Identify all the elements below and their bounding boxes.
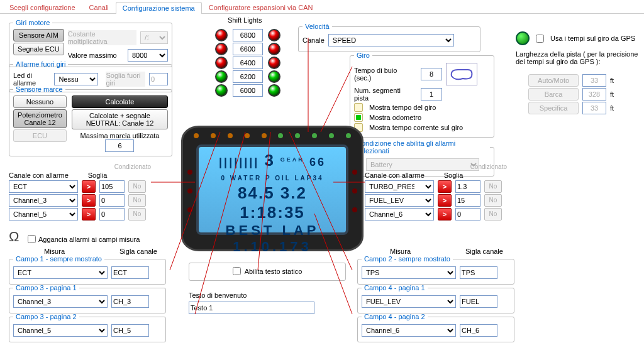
lbl-ats: Abilita testo statico	[245, 268, 303, 275]
sv1[interactable]: 6600	[233, 43, 263, 55]
sv0[interactable]: 6800	[233, 29, 263, 41]
sv2[interactable]: 6400	[233, 57, 263, 69]
fs-c3a: Campo 3 - pagina 1 Channel_3	[9, 284, 166, 313]
sel-vel[interactable]: SPEED	[328, 34, 454, 46]
u0: ft	[610, 77, 614, 84]
b-auto[interactable]: Auto/Moto	[528, 74, 579, 87]
chk-mo[interactable]	[354, 113, 363, 122]
selR1[interactable]: FUEL_LEV	[365, 194, 434, 207]
lbl-condL: Condizionato	[9, 163, 153, 170]
lg-giri: Giri motore	[13, 19, 52, 26]
sel-c4b[interactable]: Channel_6	[362, 324, 456, 337]
opL2[interactable]: >	[82, 208, 96, 220]
selL2[interactable]: Channel_5	[9, 208, 78, 220]
sig-c1[interactable]	[111, 266, 149, 279]
opR1[interactable]: >	[438, 194, 452, 207]
sel-c4a[interactable]: FUEL_LEV	[362, 295, 456, 308]
led-icon	[215, 57, 228, 69]
al-right: Condizionato Canale con allarmeSoglia TU…	[365, 163, 509, 222]
gps-led-icon	[516, 31, 530, 45]
vR1[interactable]	[455, 194, 480, 207]
opR0[interactable]: >	[438, 180, 452, 193]
btn-none[interactable]: Nessuno	[13, 95, 67, 108]
noL0[interactable]: No	[128, 180, 146, 193]
lbl-ns: Num. segmenti pista	[354, 87, 417, 102]
sig-c3a[interactable]	[111, 295, 149, 308]
lbl-mo: Mostra odometro	[369, 114, 421, 121]
in-mmu[interactable]	[105, 139, 134, 152]
selL0[interactable]: ECT	[9, 180, 78, 193]
al-left: Condizionato Canale con allarmeSoglia EC…	[9, 163, 153, 222]
selR0[interactable]: TURBO_PRESS	[365, 180, 434, 193]
chk-gps[interactable]	[536, 35, 544, 43]
noL1[interactable]: No	[128, 194, 146, 207]
btn-pot[interactable]: PotenziometroCanale 12	[13, 109, 67, 128]
sv3[interactable]: 6200	[233, 70, 263, 83]
fs-c1: Campo 1 - sempre mostrato ECT	[9, 255, 166, 285]
sig-c2[interactable]	[460, 266, 497, 279]
vL2[interactable]	[99, 208, 125, 220]
shift-col: 6800 6600 6400 6200 6000	[215, 28, 280, 98]
sig-c4b[interactable]	[460, 324, 497, 337]
vL1[interactable]	[99, 194, 125, 207]
lg-c4b: Campo 4 - pagina 2	[362, 313, 428, 320]
in-ns[interactable]	[421, 88, 442, 101]
chk-ats[interactable]	[233, 267, 241, 275]
vL0[interactable]	[99, 180, 125, 193]
selR2[interactable]: Channel_6	[365, 208, 434, 220]
v-barca	[582, 88, 606, 101]
btn-segnale-ecu[interactable]: Segnale ECU	[13, 43, 64, 55]
noL2[interactable]: No	[128, 208, 146, 220]
tab-can[interactable]: Configuratore espansioni via CAN	[202, 1, 320, 13]
b-barca[interactable]: Barca	[528, 88, 579, 101]
noR2[interactable]: No	[484, 208, 502, 220]
btn-sensore-aim[interactable]: Sensore AIM	[13, 29, 64, 41]
btn-calc[interactable]: Calcolate	[72, 95, 168, 108]
noR0[interactable]: No	[484, 180, 502, 193]
in-tb[interactable]	[421, 68, 442, 80]
sel-led[interactable]: Nessuno	[54, 73, 98, 85]
in-sfg	[149, 73, 168, 85]
led-icon	[268, 43, 280, 55]
vR0[interactable]	[455, 180, 480, 193]
fs-marce: Sensore marce Nessuno PotenziometroCanal…	[9, 85, 172, 156]
opL1[interactable]: >	[82, 194, 96, 207]
tab-config[interactable]: Scegli configurazione	[3, 1, 82, 13]
sv4[interactable]: 6000	[233, 84, 263, 97]
vR2[interactable]	[455, 208, 480, 220]
sig-c4a[interactable]	[460, 295, 497, 308]
lbl-condR: Condizionato	[365, 163, 509, 170]
chk-aggancia[interactable]	[28, 235, 36, 243]
lg-vel: Velocità	[303, 23, 332, 30]
lbl-mtc: Mostra tempo corrente sul giro	[369, 124, 463, 131]
chk-mtg[interactable]	[354, 103, 363, 112]
led-icon	[268, 70, 280, 83]
tab-system[interactable]: Configurazione sistema	[116, 2, 202, 14]
sel-c3a[interactable]: Channel_3	[13, 295, 108, 308]
sig-c3b[interactable]	[111, 324, 149, 337]
claw-icon: Ω	[9, 229, 19, 245]
lbl-mtg: Mostra tempo del giro	[369, 104, 436, 111]
lg-marce: Sensore marce	[13, 85, 65, 93]
in-txt1[interactable]	[189, 302, 314, 314]
lg-cond: Condizione che abilita gli allarmi selez…	[354, 139, 490, 155]
fs-giro: Giro Tempo di buio (sec.) Num. segmenti …	[350, 52, 494, 138]
noR1[interactable]: No	[484, 194, 502, 207]
sel-c3b[interactable]: Channel_5	[13, 324, 108, 337]
lbl-vmax: Valore massimo	[68, 52, 124, 59]
tab-channels[interactable]: Canali	[82, 1, 116, 13]
lbl-sfg: Soglia fuori giri	[106, 72, 145, 87]
gps-note: Larghezza della pista ( per la precision…	[516, 50, 639, 65]
lbl-gps: Usa i tempi sul giro da GPS	[550, 35, 635, 42]
btn-ecu[interactable]: ECU	[13, 129, 67, 142]
btn-calc2[interactable]: Calcolate + segnale NEUTRAL: Canale 12	[72, 109, 168, 129]
sel-vmax[interactable]: 8000	[128, 49, 168, 62]
opR2[interactable]: >	[438, 208, 452, 220]
sel-c1[interactable]: ECT	[13, 266, 108, 279]
svg-line-5	[321, 67, 352, 132]
sel-c2[interactable]: TPS	[362, 266, 456, 279]
opL0[interactable]: >	[82, 180, 96, 193]
b-spec[interactable]: Specifica	[528, 102, 579, 114]
selL1[interactable]: Channel_3	[9, 194, 78, 207]
u1: ft	[610, 90, 614, 98]
